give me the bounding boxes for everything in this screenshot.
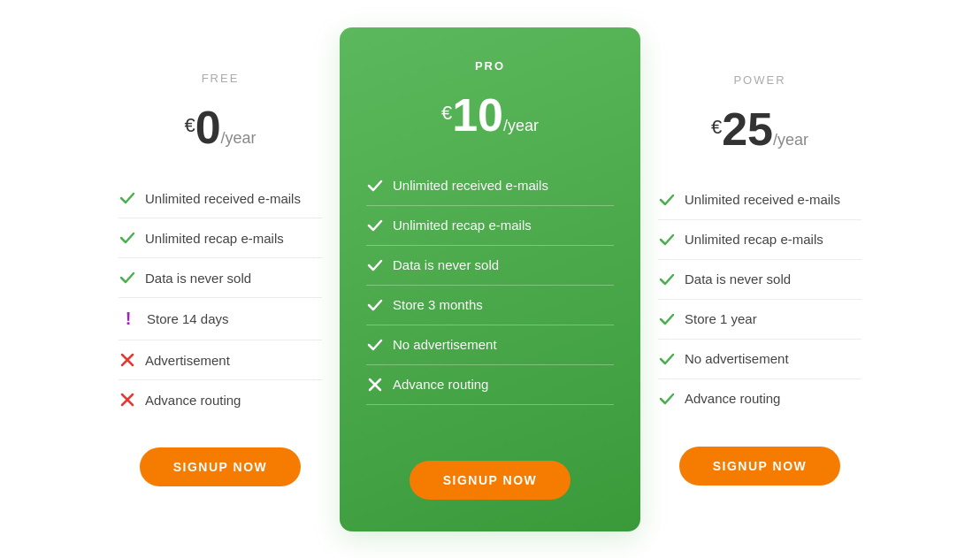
feature-item: Unlimited recap e-mails xyxy=(119,218,322,258)
check-icon xyxy=(366,256,384,274)
check-icon xyxy=(658,310,676,328)
currency-symbol: € xyxy=(184,114,195,136)
pricing-container: FREE€0/year Unlimited received e-mails U… xyxy=(0,10,980,549)
feature-item: Unlimited received e-mails xyxy=(119,179,322,218)
feature-item: Advance routing xyxy=(119,380,322,419)
signup-button-free[interactable]: SIGNUP NOW xyxy=(140,447,302,486)
price-period: /year xyxy=(221,129,256,147)
price-amount: 0 xyxy=(195,102,221,153)
exclaim-icon: ! xyxy=(119,309,138,329)
feature-text: Unlimited recap e-mails xyxy=(145,231,284,246)
feature-item: Data is never sold xyxy=(658,260,861,300)
plan-card-free: FREE€0/year Unlimited received e-mails U… xyxy=(101,45,340,513)
cross-icon xyxy=(119,391,136,409)
feature-text: Unlimited recap e-mails xyxy=(685,232,823,247)
price-amount: 25 xyxy=(722,103,773,155)
feature-text: Store 1 year xyxy=(685,311,757,326)
feature-item: Store 1 year xyxy=(658,300,861,340)
feature-item: No advertisement xyxy=(658,340,861,379)
plan-price-free: €0/year xyxy=(184,101,256,154)
feature-text: Advance routing xyxy=(145,393,241,408)
feature-text: Unlimited received e-mails xyxy=(145,191,301,206)
feature-item: Advance routing xyxy=(366,365,614,405)
feature-text: Advance routing xyxy=(685,391,780,406)
check-icon xyxy=(119,269,136,287)
check-icon xyxy=(119,229,136,247)
feature-item: Unlimited recap e-mails xyxy=(658,220,861,260)
price-period: /year xyxy=(503,117,539,134)
plan-card-pro: PRO€10/year Unlimited received e-mails U… xyxy=(340,27,640,531)
plan-name-pro: PRO xyxy=(475,59,505,73)
feature-text: Store 3 months xyxy=(393,297,483,312)
plan-card-power: POWER€25/year Unlimited received e-mails… xyxy=(640,47,879,512)
feature-item: Data is never sold xyxy=(119,258,322,298)
feature-text: Unlimited recap e-mails xyxy=(393,218,532,233)
feature-item: Store 3 months xyxy=(366,286,614,325)
cross-icon xyxy=(119,351,136,369)
feature-text: Unlimited received e-mails xyxy=(393,178,548,193)
check-icon xyxy=(658,231,676,248)
feature-text: Advance routing xyxy=(393,377,488,392)
feature-item: Advance routing xyxy=(658,379,861,418)
check-icon xyxy=(119,189,136,207)
feature-text: Data is never sold xyxy=(685,271,791,287)
check-icon xyxy=(366,177,384,195)
feature-text: Advertisement xyxy=(145,353,230,368)
feature-item: Unlimited recap e-mails xyxy=(366,206,614,246)
check-icon xyxy=(366,336,384,354)
feature-text: Data is never sold xyxy=(145,271,251,286)
feature-item: No advertisement xyxy=(366,325,614,365)
currency-symbol: € xyxy=(711,116,722,138)
features-list-power: Unlimited received e-mails Unlimited rec… xyxy=(658,180,861,418)
feature-item: Unlimited received e-mails xyxy=(366,166,614,206)
check-icon xyxy=(658,271,676,288)
features-list-free: Unlimited received e-mails Unlimited rec… xyxy=(119,179,322,419)
currency-symbol: € xyxy=(441,102,452,124)
plan-name-power: POWER xyxy=(733,73,785,87)
price-period: /year xyxy=(773,131,808,149)
check-icon xyxy=(366,217,384,234)
signup-button-pro[interactable]: SIGNUP NOW xyxy=(410,461,571,500)
feature-item: Unlimited received e-mails xyxy=(658,180,861,220)
feature-item: Data is never sold xyxy=(366,246,614,286)
features-list-pro: Unlimited received e-mails Unlimited rec… xyxy=(366,166,614,405)
feature-text: Unlimited received e-mails xyxy=(685,192,840,207)
price-amount: 10 xyxy=(452,89,503,141)
cross-icon xyxy=(366,376,384,394)
feature-text: Data is never sold xyxy=(393,257,499,272)
feature-item: !Store 14 days xyxy=(119,298,322,340)
feature-item: Advertisement xyxy=(119,340,322,380)
feature-text: No advertisement xyxy=(393,337,497,352)
check-icon xyxy=(658,191,676,209)
plan-name-free: FREE xyxy=(202,72,240,85)
check-icon xyxy=(366,296,384,314)
plan-price-pro: €10/year xyxy=(441,88,539,141)
plan-price-power: €25/year xyxy=(711,103,808,156)
check-icon xyxy=(658,390,676,408)
feature-text: No advertisement xyxy=(685,351,789,366)
signup-button-power[interactable]: SIGNUP NOW xyxy=(679,447,841,485)
feature-text: Store 14 days xyxy=(147,311,229,326)
check-icon xyxy=(658,350,676,368)
